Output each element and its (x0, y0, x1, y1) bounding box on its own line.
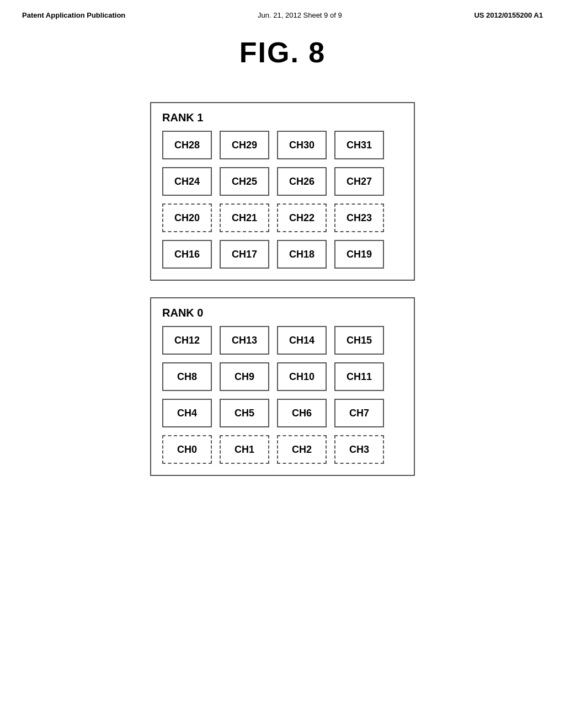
channel-cell: CH13 (220, 326, 269, 355)
channel-cell: CH22 (277, 204, 327, 232)
channel-cell: CH18 (277, 240, 327, 269)
channel-cell: CH24 (162, 167, 212, 196)
channel-cell: CH14 (277, 326, 327, 355)
channel-cell: CH7 (334, 399, 384, 427)
rank1-label: RANK 1 (162, 111, 403, 124)
channel-row: CH24CH25CH26CH27 (162, 167, 403, 196)
channel-cell: CH28 (162, 131, 212, 159)
channel-cell: CH21 (220, 204, 269, 232)
rank1-box: RANK 1 CH28CH29CH30CH31CH24CH25CH26CH27C… (150, 102, 415, 281)
channel-cell: CH29 (220, 131, 269, 159)
channel-row: CH0CH1CH2CH3 (162, 435, 403, 464)
header: Patent Application Publication Jun. 21, … (22, 11, 543, 19)
channel-cell: CH15 (334, 326, 384, 355)
channel-row: CH8CH9CH10CH11 (162, 362, 403, 391)
channel-cell: CH1 (220, 435, 269, 464)
channel-cell: CH25 (220, 167, 269, 196)
channel-cell: CH9 (220, 362, 269, 391)
rank1-grid: CH28CH29CH30CH31CH24CH25CH26CH27CH20CH21… (162, 131, 403, 269)
channel-cell: CH31 (334, 131, 384, 159)
channel-cell: CH12 (162, 326, 212, 355)
channel-cell: CH19 (334, 240, 384, 269)
rank0-box: RANK 0 CH12CH13CH14CH15CH8CH9CH10CH11CH4… (150, 297, 415, 476)
channel-cell: CH23 (334, 204, 384, 232)
channel-cell: CH10 (277, 362, 327, 391)
channel-row: CH12CH13CH14CH15 (162, 326, 403, 355)
channel-cell: CH30 (277, 131, 327, 159)
channel-cell: CH16 (162, 240, 212, 269)
channel-row: CH20CH21CH22CH23 (162, 204, 403, 232)
channel-cell: CH6 (277, 399, 327, 427)
channel-cell: CH8 (162, 362, 212, 391)
rank0-label: RANK 0 (162, 307, 403, 319)
channel-row: CH16CH17CH18CH19 (162, 240, 403, 269)
channel-cell: CH17 (220, 240, 269, 269)
channel-cell: CH4 (162, 399, 212, 427)
channel-cell: CH3 (334, 435, 384, 464)
channel-cell: CH27 (334, 167, 384, 196)
rank0-grid: CH12CH13CH14CH15CH8CH9CH10CH11CH4CH5CH6C… (162, 326, 403, 464)
channel-cell: CH2 (277, 435, 327, 464)
figure-title: FIG. 8 (22, 36, 543, 69)
header-left: Patent Application Publication (22, 11, 125, 19)
channel-cell: CH20 (162, 204, 212, 232)
channel-cell: CH26 (277, 167, 327, 196)
header-center: Jun. 21, 2012 Sheet 9 of 9 (258, 11, 342, 19)
channel-cell: CH11 (334, 362, 384, 391)
channel-cell: CH0 (162, 435, 212, 464)
header-right: US 2012/0155200 A1 (474, 11, 543, 19)
channel-cell: CH5 (220, 399, 269, 427)
channel-row: CH28CH29CH30CH31 (162, 131, 403, 159)
content-area: RANK 1 CH28CH29CH30CH31CH24CH25CH26CH27C… (22, 102, 543, 476)
page: Patent Application Publication Jun. 21, … (0, 0, 565, 728)
channel-row: CH4CH5CH6CH7 (162, 399, 403, 427)
